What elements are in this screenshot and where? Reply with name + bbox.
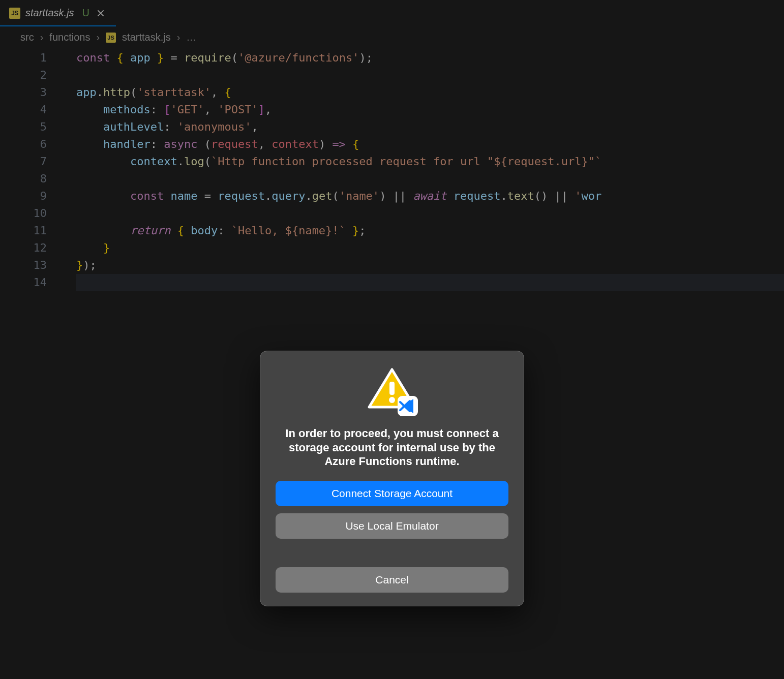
code-line[interactable]: handler: async (request, context) => { [76,136,784,153]
code-line[interactable]: } [76,239,784,257]
close-tab-icon[interactable] [95,7,107,19]
js-file-icon: JS [106,33,116,43]
code-line[interactable] [76,170,784,188]
connect-storage-account-button[interactable]: Connect Storage Account [276,481,508,506]
breadcrumb[interactable]: src › functions › JS starttask.js › … [0,26,784,47]
tab-bar: JS starttask.js U [0,0,784,26]
js-file-icon: JS [9,8,20,19]
dialog-icon [364,366,420,417]
code-line[interactable]: context.log(`Http function processed req… [76,153,784,170]
chevron-right-icon: › [95,32,101,43]
chevron-right-icon: › [176,32,182,43]
breadcrumb-more-icon[interactable]: … [186,32,196,43]
code-line[interactable]: app.http('starttask', { [76,84,784,101]
chevron-right-icon: › [39,32,45,43]
code-line[interactable]: const name = request.query.get('name') |… [76,188,784,205]
code-line[interactable]: methods: ['GET', 'POST'], [76,101,784,118]
code-line[interactable]: authLevel: 'anonymous', [76,118,784,136]
vscode-icon [398,396,418,416]
editor-tab-starttask[interactable]: JS starttask.js U [0,0,116,26]
breadcrumb-segment-src[interactable]: src [20,32,34,43]
cancel-button[interactable]: Cancel [276,567,508,593]
code-line[interactable]: return { body: `Hello, ${name}!` }; [76,222,784,239]
code-line[interactable] [76,205,784,222]
code-editor[interactable]: 1 2 3 4 5 6 7 8 9 10 11 12 13 14 const {… [0,47,784,291]
svg-point-1 [389,397,395,403]
breadcrumb-segment-file[interactable]: starttask.js [122,32,171,43]
git-status-untracked-marker: U [82,7,89,19]
code-line[interactable]: }); [76,257,784,274]
dialog-message: In order to proceed, you must connect a … [285,426,499,469]
svg-rect-0 [389,382,395,395]
code-line[interactable] [76,67,784,84]
breadcrumb-segment-functions[interactable]: functions [49,32,90,43]
code-line[interactable] [76,274,784,291]
use-local-emulator-button[interactable]: Use Local Emulator [276,513,508,539]
line-number-gutter: 1 2 3 4 5 6 7 8 9 10 11 12 13 14 [0,49,61,291]
tab-label: starttask.js [25,7,74,19]
code-line[interactable]: const { app } = require('@azure/function… [76,49,784,67]
code-area[interactable]: const { app } = require('@azure/function… [61,49,784,291]
connect-storage-dialog: In order to proceed, you must connect a … [260,351,524,606]
